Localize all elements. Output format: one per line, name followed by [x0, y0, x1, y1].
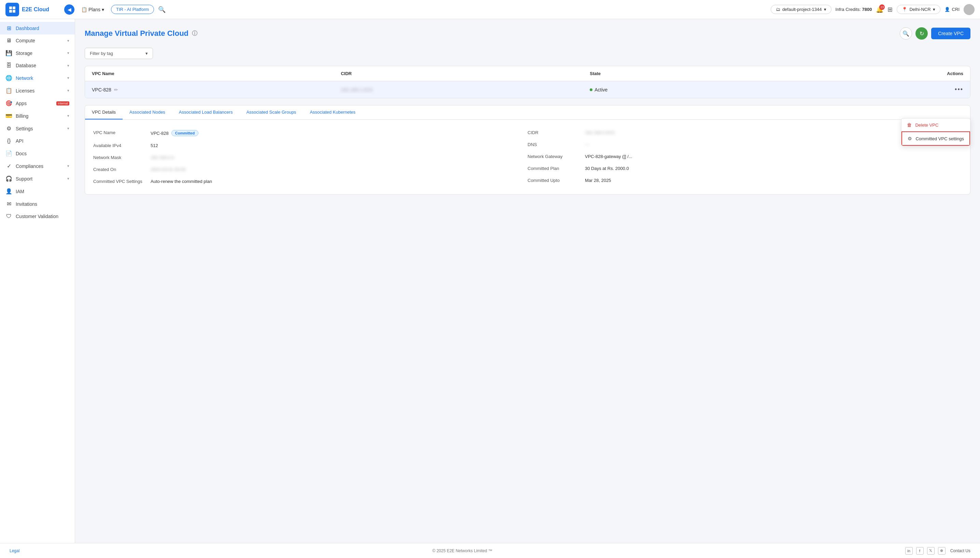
sidebar-item-settings[interactable]: ⚙ Settings ▾ [0, 122, 75, 135]
invitations-icon: ✉ [5, 201, 12, 207]
sidebar-item-docs[interactable]: 📄 Docs [0, 147, 75, 160]
tab-associated-scale-groups[interactable]: Associated Scale Groups [239, 105, 303, 120]
plans-icon: 📋 [81, 7, 87, 12]
sidebar-item-label: Dashboard [16, 26, 69, 31]
col-vpc-name: VPC Name [92, 71, 341, 76]
plans-button[interactable]: 📋 Plans ▾ [79, 5, 107, 14]
details-panel: VPC Details Associated Nodes Associated … [85, 105, 970, 195]
svg-rect-2 [9, 10, 12, 13]
notification-button[interactable]: 🔔 23 [876, 6, 883, 13]
avatar [964, 4, 975, 15]
col-actions: Actions [839, 71, 963, 76]
gear-icon: ⚙ [908, 136, 912, 141]
footer: Legal © 2025 E2E Networks Limited ™ in f… [0, 543, 980, 558]
sidebar-item-support[interactable]: 🎧 Support ▾ [0, 172, 75, 185]
project-icon: 🗂 [776, 7, 780, 12]
compliances-icon: ✓ [5, 163, 12, 169]
footer-social: in f 𝕏 ⊕ [905, 547, 945, 555]
facebook-icon[interactable]: f [916, 547, 924, 555]
svg-point-4 [964, 4, 975, 15]
tab-associated-kubernetes[interactable]: Associated Kubernetes [303, 105, 362, 120]
sidebar-item-iam[interactable]: 👤 IAM [0, 185, 75, 198]
sidebar-item-dashboard[interactable]: ⊞ Dashboard [0, 22, 75, 34]
plans-chevron-icon: ▾ [102, 7, 104, 12]
detail-cidr: CIDR 192.168.0.0/23 [528, 126, 962, 139]
collapse-button[interactable]: ◀ [64, 5, 74, 15]
sidebar-item-compliances[interactable]: ✓ Compliances ▾ [0, 160, 75, 172]
created-on-value: 2024-03-01 00:00 [151, 167, 528, 172]
database-icon: 🗄 [5, 62, 12, 69]
detail-available-ipv4: Available IPv4 512 [93, 140, 528, 151]
internal-badge: Internal [56, 101, 69, 105]
col-cidr: CIDR [341, 71, 590, 76]
search-button[interactable]: 🔍 [900, 27, 912, 39]
support-chevron-icon: ▾ [67, 176, 69, 181]
state-cell: Active [590, 87, 839, 92]
state-dot-icon [590, 89, 592, 91]
sidebar-item-apps[interactable]: 🎯 Apps Internal [0, 97, 75, 110]
apps-icon: 🎯 [5, 100, 12, 107]
user-menu-button[interactable]: 👤 CRI [944, 7, 960, 12]
tab-associated-nodes[interactable]: Associated Nodes [123, 105, 172, 120]
sidebar-item-invitations[interactable]: ✉ Invitations [0, 198, 75, 210]
three-dots-button[interactable]: ••• [955, 86, 963, 93]
project-chevron-icon: ▾ [824, 7, 826, 12]
details-left: VPC Name VPC-828 Committed Available IPv… [93, 126, 528, 187]
support-icon: 🎧 [5, 176, 12, 182]
committed-badge: Committed [171, 130, 198, 136]
sidebar-item-licenses[interactable]: 📋 Licenses ▾ [0, 84, 75, 97]
footer-contact[interactable]: Contact Us [950, 548, 970, 553]
help-icon[interactable]: ⓘ [192, 30, 197, 37]
header-search-button[interactable]: 🔍 [158, 6, 166, 13]
detail-committed-vpc-settings: Committed VPC Settings Auto-renew the co… [93, 176, 528, 187]
filter-chevron-icon: ▾ [145, 51, 148, 56]
compute-icon: 🖥 [5, 38, 12, 44]
refresh-button[interactable]: ↻ [916, 27, 928, 39]
tab-vpc-details[interactable]: VPC Details [85, 105, 123, 120]
edit-icon[interactable]: ✏ [114, 87, 118, 92]
grid-menu-button[interactable]: ⊞ [888, 6, 893, 13]
table-row: VPC-828 ✏ 192.168.1.0/24 Active ••• [85, 81, 970, 98]
region-selector[interactable]: 📍 Delhi-NCR ▾ [897, 5, 940, 14]
footer-copyright: © 2025 E2E Networks Limited ™ [20, 548, 905, 553]
project-selector[interactable]: 🗂 default-project-1344 ▾ [771, 5, 832, 14]
tir-button[interactable]: TIR - AI Platform [111, 5, 154, 14]
sidebar-item-network[interactable]: 🌐 Network ▾ [0, 72, 75, 84]
detail-network-mask: Network Mask 192.168.0.0 [93, 151, 528, 164]
sidebar-item-api[interactable]: {} API [0, 135, 75, 147]
create-vpc-button[interactable]: Create VPC [931, 28, 970, 39]
detail-committed-plan: Committed Plan 30 Days at Rs. 2000.0 [528, 162, 962, 174]
network-mask-value: 192.168.0.0 [151, 155, 528, 160]
compliances-chevron-icon: ▾ [67, 164, 69, 168]
storage-chevron-icon: ▾ [67, 51, 69, 55]
licenses-icon: 📋 [5, 87, 12, 94]
committed-vpc-settings-menu-item[interactable]: ⚙ Committed VPC settings [901, 131, 970, 146]
svg-rect-3 [13, 10, 15, 13]
compute-chevron-icon: ▾ [67, 39, 69, 43]
sidebar-item-billing[interactable]: 💳 Billing ▾ [0, 110, 75, 122]
sidebar-item-compute[interactable]: 🖥 Compute ▾ [0, 34, 75, 47]
billing-icon: 💳 [5, 113, 12, 119]
header: E2E Cloud ◀ 📋 Plans ▾ TIR - AI Platform … [0, 0, 980, 19]
sidebar-item-customer-validation[interactable]: 🛡 Customer Validation [0, 210, 75, 223]
footer-legal[interactable]: Legal [10, 548, 20, 553]
delete-vpc-menu-item[interactable]: 🗑 Delete VPC [901, 118, 970, 131]
sidebar-item-database[interactable]: 🗄 Database ▾ [0, 59, 75, 72]
customer-validation-icon: 🛡 [5, 213, 12, 220]
storage-icon: 💾 [5, 50, 12, 56]
docs-icon: 📄 [5, 150, 12, 157]
billing-chevron-icon: ▾ [67, 114, 69, 118]
state-value: Active [595, 87, 607, 92]
rss-icon[interactable]: ⊕ [938, 547, 945, 555]
tab-associated-load-balancers[interactable]: Associated Load Balancers [172, 105, 240, 120]
detail-vpc-name: VPC Name VPC-828 Committed [93, 126, 528, 140]
refresh-icon: ↻ [919, 30, 924, 37]
svg-rect-0 [9, 7, 12, 9]
database-chevron-icon: ▾ [67, 64, 69, 68]
region-chevron-icon: ▾ [933, 7, 935, 12]
filter-select[interactable]: Filter by tag ▾ [85, 48, 153, 59]
sidebar-item-storage[interactable]: 💾 Storage ▾ [0, 47, 75, 59]
linkedin-icon[interactable]: in [905, 547, 913, 555]
user-icon: 👤 [944, 7, 950, 12]
twitter-icon[interactable]: 𝕏 [927, 547, 935, 555]
